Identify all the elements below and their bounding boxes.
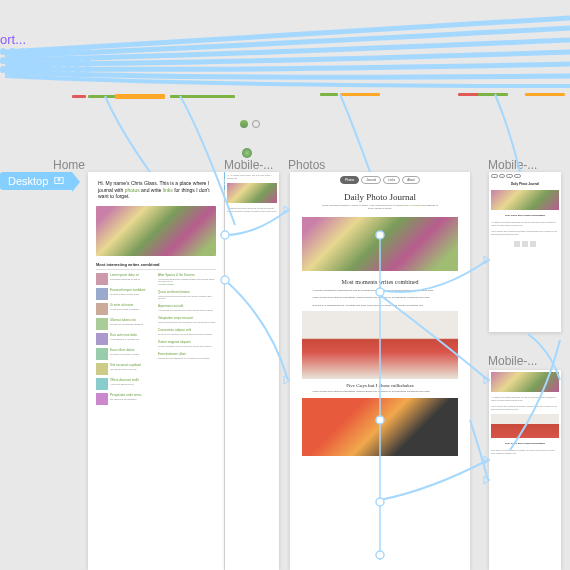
paragraph: Minim veniam quis nostrud exercitation u… [290, 296, 470, 300]
color-bar [478, 93, 508, 96]
color-bar [115, 94, 165, 99]
thumbnail [96, 288, 108, 300]
subtitle: Some moments captured, where in others I… [290, 204, 470, 215]
thumbnail [96, 348, 108, 360]
hero-image [491, 190, 559, 210]
list-item[interactable]: Eiusmod tempor incididuntUt labore et do… [96, 288, 154, 300]
frame-label-mobile3[interactable]: Mobile-... [488, 354, 537, 368]
thumbnail [96, 333, 108, 345]
frame-mobile3[interactable]: All photos consectetur adipiscing elit s… [489, 370, 561, 570]
hero-image [302, 217, 458, 271]
list-item[interactable]: Voluptatem sequi nesciuntNeque porro qui… [158, 316, 216, 323]
list-item[interactable]: Quasi architecto beataeVitae dicta sunt … [158, 290, 216, 299]
thumbnail [96, 363, 108, 375]
node-dot [240, 120, 248, 128]
intro-text: Hi. My name's Chris Glass. This is a pla… [225, 172, 279, 181]
node-dot [242, 148, 252, 158]
frame-label-photos[interactable]: Photos [288, 158, 325, 172]
list-item[interactable]: Esse cillum doloreEu fugiat nulla pariat… [96, 348, 154, 360]
frame-label-mobile1[interactable]: Mobile-... [224, 158, 273, 172]
nav-tab[interactable]: Links [383, 176, 400, 184]
frame-mobile2[interactable]: •••• Daily Photo Journal Five Guys but I… [489, 172, 561, 332]
nav-tab[interactable]: About [402, 176, 420, 184]
list-item[interactable]: Perspiciatis unde omnisIste natus error … [96, 393, 154, 405]
page-title: Daily Photo Journal [489, 180, 561, 188]
photo-image [302, 311, 458, 379]
thumbnail [96, 378, 108, 390]
node-dot [252, 120, 260, 128]
frame-home[interactable]: Hi. My name's Chris Glass. This is a pla… [88, 172, 224, 570]
thumbnail [96, 273, 108, 285]
list-item[interactable]: Exercitationem ullamCorporis suscipit la… [158, 352, 216, 359]
color-bar [88, 95, 116, 98]
section-heading: Most interesting writes combined [96, 262, 216, 270]
list-item[interactable]: Lorem ipsum dolor sitConsectetur adipisc… [96, 273, 154, 285]
color-bar [170, 95, 235, 98]
color-bar [320, 93, 338, 96]
color-bar [525, 93, 565, 96]
viewport-tag-label: Desktop [8, 175, 48, 187]
list-item[interactable]: Duis aute irure dolorIn reprehenderit in… [96, 333, 154, 345]
paragraph: All photos consectetur adipiscing elit s… [290, 289, 470, 293]
frame-label-home[interactable]: Home [53, 158, 85, 172]
section-heading: Most moments writes combined [290, 279, 470, 285]
paragraph: Irure dolor in reprehenderit in voluptat… [290, 304, 470, 308]
list-item[interactable]: Consectetur adipisci velitSed quia non n… [158, 328, 216, 335]
nav-tab[interactable]: Photos [340, 176, 359, 184]
photo-image [491, 414, 559, 438]
list-item[interactable]: Dolore magnam aliquamQuaerat voluptatem … [158, 340, 216, 347]
photo-caption: Five Guys but I chose milkshakes [489, 212, 561, 219]
thumbnail [96, 303, 108, 315]
hero-image [491, 372, 559, 392]
list-item[interactable]: Ullamco laboris nisiUt aliquip ex ea com… [96, 318, 154, 330]
list-item[interactable]: Ut enim ad minimVeniam quis nostrud exer… [96, 303, 154, 315]
thumbnail [96, 318, 108, 330]
photo-image [302, 398, 458, 456]
frame-mobile1[interactable]: Hi. My name's Chris Glass. This is a pla… [225, 172, 279, 570]
connector-layer [0, 0, 570, 570]
viewport-tag-desktop[interactable]: Desktop [0, 172, 72, 190]
list-item[interactable]: Officia deserunt mollitAnim id est labor… [96, 378, 154, 390]
nav-tabs: PhotosJournalLinksAbout [290, 172, 470, 188]
hero-image [227, 183, 277, 203]
page-title: Daily Photo Journal [290, 188, 470, 204]
intro-text: Hi. My name's Chris Glass. This is a pla… [88, 172, 224, 206]
port-label: ort... [0, 32, 26, 47]
photo-caption: Five Guys but I chose milkshakes [290, 383, 470, 388]
nav-tab[interactable]: Journal [361, 176, 381, 184]
list-item[interactable]: Sint occaecat cupidatatNon proident sunt… [96, 363, 154, 375]
thumbnail [96, 393, 108, 405]
list-item[interactable]: After Spaces & the ScreensAccusantium do… [158, 273, 216, 285]
body-text: All photos consectetur adipiscing elit s… [225, 205, 279, 545]
dot-grid [0, 48, 90, 78]
frame-label-mobile2[interactable]: Mobile-... [488, 158, 537, 172]
nav-icons [491, 239, 559, 249]
color-bar [458, 93, 480, 96]
color-bar [340, 93, 380, 96]
color-bar [72, 95, 86, 98]
list-item[interactable]: Aspernatur aut oditAut fugit sed quia co… [158, 304, 216, 311]
export-icon [54, 176, 64, 186]
paragraph: Minim veniam quis nostrud exercitation u… [290, 390, 470, 394]
design-canvas[interactable]: ort... Home Mobile-... Photos Mobile-...… [0, 0, 570, 570]
frame-photos[interactable]: PhotosJournalLinksAbout Daily Photo Jour… [290, 172, 470, 570]
hero-image [96, 206, 216, 256]
